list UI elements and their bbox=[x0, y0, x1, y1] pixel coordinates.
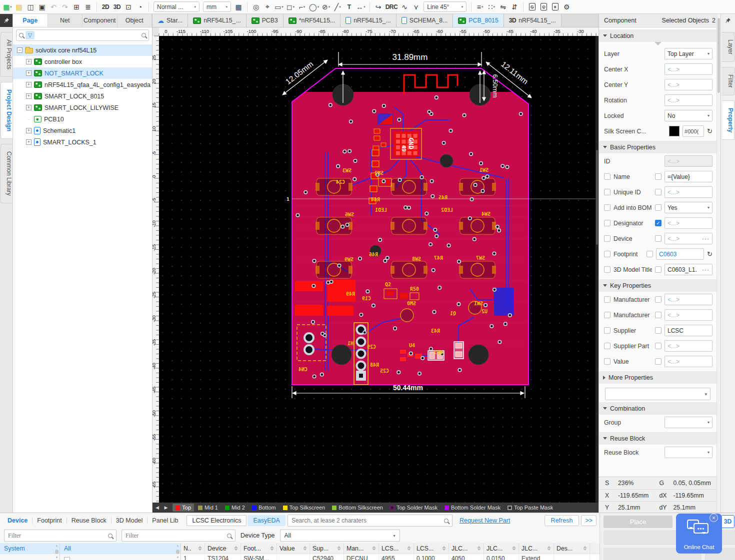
doc-tab-nrf54l15-[interactable]: 3DnRF54L15_... bbox=[504, 14, 562, 27]
via-tool-icon[interactable]: ⌖ bbox=[262, 1, 273, 12]
sort-icon[interactable] bbox=[407, 546, 411, 551]
label-checkbox[interactable] bbox=[604, 312, 610, 318]
prop-select[interactable]: Yes▾ bbox=[664, 202, 712, 213]
layer-chip-bottom-solder-mask[interactable]: Bottom Solder Mask bbox=[442, 504, 504, 512]
tree-search-input[interactable] bbox=[36, 31, 140, 38]
library-tab-panel-lib[interactable]: Panel Lib bbox=[148, 517, 182, 524]
column-header-3[interactable]: Value bbox=[277, 543, 310, 554]
flip-vertical-icon[interactable]: ⇵ bbox=[509, 1, 520, 12]
grid-settings-icon[interactable]: ▦ bbox=[233, 1, 244, 12]
settings-gear-icon[interactable]: ⚙ bbox=[561, 1, 572, 12]
refresh-icon[interactable]: ↻ bbox=[707, 250, 712, 258]
search-icon[interactable] bbox=[19, 33, 24, 37]
part-search-icon[interactable] bbox=[444, 519, 448, 523]
sort-icon[interactable] bbox=[303, 546, 307, 551]
tree-item-smart-lock-lilywise[interactable]: +SMART_LOCK_LILYWISE bbox=[13, 102, 152, 113]
show-checkbox[interactable] bbox=[655, 327, 662, 334]
list-item-system[interactable]: System bbox=[0, 543, 60, 554]
tree-expander-icon[interactable]: + bbox=[26, 59, 32, 64]
show-checkbox[interactable] bbox=[655, 189, 662, 195]
keepout-tool-icon[interactable]: ⊘▾ bbox=[320, 1, 332, 12]
filter-search-icon[interactable] bbox=[108, 534, 112, 538]
corner-tool-icon[interactable]: ⌐▾ bbox=[296, 1, 308, 12]
part-search-input[interactable] bbox=[292, 517, 441, 524]
filter-search-icon2[interactable] bbox=[227, 534, 232, 538]
column-header-9[interactable]: JLC... bbox=[484, 543, 519, 554]
label-checkbox[interactable] bbox=[604, 296, 610, 303]
rail-tab-project-design[interactable]: Project Design bbox=[0, 82, 12, 139]
class-filter-input[interactable] bbox=[8, 532, 105, 540]
tree-expander-icon[interactable]: + bbox=[26, 105, 32, 110]
prop-input[interactable]: <...> bbox=[664, 94, 712, 106]
list-scrollbar[interactable]: ▲▼ bbox=[54, 544, 59, 559]
layer-chip-top[interactable]: Top bbox=[172, 504, 194, 512]
prop-select[interactable]: No▾ bbox=[664, 110, 712, 121]
column-header-7[interactable]: LCS... bbox=[414, 543, 449, 554]
save-icon[interactable]: ◫ bbox=[25, 1, 36, 12]
tree-expander-icon[interactable]: + bbox=[26, 82, 32, 87]
place-button[interactable]: Place bbox=[604, 516, 672, 528]
extra-property-select[interactable]: ▾ bbox=[605, 388, 710, 400]
library-tab-reuse-block[interactable]: Reuse Block bbox=[67, 517, 111, 524]
sort-icon[interactable] bbox=[547, 546, 551, 551]
subclass-filter-input[interactable] bbox=[126, 532, 224, 540]
rail-tab-layer[interactable]: Layer bbox=[722, 32, 734, 62]
route-icon[interactable]: ∿ bbox=[399, 1, 410, 12]
prop-input[interactable]: <...> bbox=[664, 186, 712, 198]
import-icon[interactable]: ↪ bbox=[373, 1, 384, 12]
tree-item-schematic1[interactable]: +Schematic1 bbox=[13, 125, 152, 136]
layer-chip-mid-1[interactable]: Mid 1 bbox=[195, 504, 221, 512]
corner-style-select[interactable]: Line 45°▾ bbox=[424, 1, 466, 12]
label-checkbox[interactable] bbox=[604, 220, 610, 226]
chat-close-icon[interactable]: ✕ bbox=[710, 514, 718, 522]
show-checkbox[interactable] bbox=[655, 235, 662, 242]
prop-input[interactable]: C0603_L1.··· bbox=[664, 264, 712, 275]
sidebar-tab-component[interactable]: Component bbox=[82, 14, 118, 27]
prop-input[interactable]: ={Value} bbox=[664, 171, 712, 182]
units-select[interactable]: mm▾ bbox=[203, 1, 231, 12]
tree-expander-icon[interactable]: + bbox=[26, 139, 32, 145]
refresh-button[interactable]: Refresh bbox=[544, 515, 580, 526]
more-options-icon[interactable]: ··· bbox=[702, 235, 710, 242]
tree-item-not-smart-lock[interactable]: +NOT_SMART_LOCK bbox=[13, 67, 152, 79]
prop-input[interactable]: <...> bbox=[664, 356, 712, 367]
column-header-10[interactable]: JLC... bbox=[519, 543, 554, 554]
column-header-4[interactable]: Sup... bbox=[310, 543, 344, 554]
doc-tab--nrf54l15-[interactable]: *nRF54L15... bbox=[284, 14, 340, 27]
net-tool-icon[interactable]: ⋎ bbox=[410, 1, 422, 12]
zoom-region-icon[interactable]: ⊡ bbox=[123, 1, 134, 12]
section-location[interactable]: Location bbox=[599, 29, 716, 42]
show-checkbox[interactable]: ✓ bbox=[655, 220, 662, 226]
section-combination[interactable]: Combination bbox=[599, 402, 716, 415]
doc-tab-star-[interactable]: ☁Star... bbox=[152, 14, 188, 27]
prop-input[interactable]: <...> bbox=[664, 309, 712, 321]
label-checkbox[interactable] bbox=[604, 327, 610, 334]
show-checkbox[interactable] bbox=[655, 266, 662, 273]
column-header-11[interactable]: Des... bbox=[554, 543, 590, 554]
doc-tab-pcb3[interactable]: PCB3 bbox=[246, 14, 284, 27]
label-checkbox[interactable] bbox=[604, 251, 610, 257]
distribute-icon[interactable]: ∷▾ bbox=[486, 1, 497, 12]
doc-tab-pcb-8015[interactable]: PCB_8015 bbox=[453, 14, 504, 27]
sidebar-tab-net[interactable]: Net bbox=[48, 14, 83, 27]
layer-chip-bottom[interactable]: Bottom bbox=[249, 504, 279, 512]
device-type-select[interactable]: All▾ bbox=[280, 530, 400, 542]
list-checkbox[interactable] bbox=[64, 557, 70, 560]
text-tool-icon[interactable]: T bbox=[344, 1, 354, 12]
sidebar-tab-page[interactable]: Page bbox=[13, 14, 48, 27]
tree-item-nrf54l15-qfaa-4l-config1-easyeda[interactable]: +nRF54L15_qfaa_4L_config1_easyeda bbox=[13, 79, 152, 90]
column-header-6[interactable]: LCS... bbox=[379, 543, 414, 554]
export-doc-icon[interactable]: ⊙ bbox=[538, 1, 549, 12]
canvas-mode-select[interactable]: Normal ...▾ bbox=[154, 1, 200, 12]
tree-item-smart-locks-1[interactable]: +SMART_LOCKS_1 bbox=[13, 136, 152, 148]
oval-tool-icon[interactable]: ◯▾ bbox=[308, 1, 320, 12]
filter-funnel-icon[interactable]: ▽ bbox=[26, 31, 34, 39]
prop-input[interactable]: <...>··· bbox=[664, 233, 712, 244]
prop-input[interactable]: <...> bbox=[664, 340, 712, 352]
property-scrollbar[interactable] bbox=[716, 14, 720, 513]
library-tab-footprint[interactable]: Footprint bbox=[32, 517, 66, 524]
order-cart-icon[interactable]: ¤ bbox=[550, 1, 560, 12]
column-header-8[interactable]: JLC... bbox=[449, 543, 484, 554]
label-checkbox[interactable] bbox=[604, 235, 610, 242]
pcb-editor-canvas[interactable]: 31.89mm12.05mm12.11mm6.50mm50.44mmSW3C24… bbox=[152, 27, 598, 503]
